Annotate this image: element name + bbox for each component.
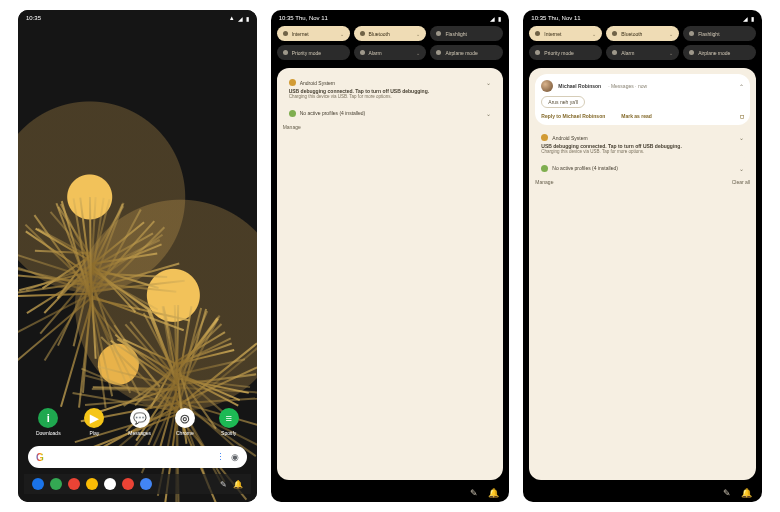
qs-internet[interactable]: Internet⌄ — [277, 26, 350, 41]
qs-internet[interactable]: Internet⌄ — [529, 26, 602, 41]
qs-priority-mode[interactable]: Priority mode — [277, 45, 350, 60]
app-spotify[interactable]: ≡Spotify — [219, 408, 239, 436]
qs-icon — [689, 31, 694, 36]
profile-icon — [541, 165, 548, 172]
android-icon — [289, 79, 296, 86]
app-chrome[interactable]: ◎Chrome — [175, 408, 195, 436]
signal-icon: ◢ — [490, 15, 495, 22]
qs-bluetooth[interactable]: Bluetooth⌄ — [354, 26, 427, 41]
chevron-down-icon[interactable]: ⌄ — [739, 134, 744, 141]
notification-conversation[interactable]: Michael Robinson · Messages · now ⌃ Arus… — [535, 74, 750, 125]
qs-flashlight[interactable]: Flashlight — [430, 26, 503, 41]
taskbar-app-icon[interactable] — [140, 478, 152, 490]
notif-title: No active profiles (4 installed) — [300, 110, 366, 116]
chevron-down-icon[interactable]: ⌄ — [739, 165, 744, 172]
chevron-down-icon[interactable]: ⌄ — [416, 31, 420, 37]
bell-icon[interactable]: 🔔 — [233, 480, 243, 489]
qs-row-1: Internet⌄Bluetooth⌄Flashlight — [529, 26, 756, 41]
notif-app: Android System — [300, 80, 335, 86]
wifi-icon: ▲ — [229, 15, 235, 22]
notification-list: Android System ⌄ USB debugging connected… — [277, 68, 504, 480]
qs-icon — [689, 50, 694, 55]
chevron-down-icon[interactable]: ⌄ — [416, 50, 420, 56]
notification-shade: Internet⌄Bluetooth⌄Flashlight Priority m… — [277, 26, 504, 480]
qs-alarm[interactable]: Alarm⌄ — [354, 45, 427, 60]
taskbar-app-icon[interactable] — [122, 478, 134, 490]
notification-profile[interactable]: No active profiles (4 installed) ⌄ — [535, 160, 750, 175]
taskbar-app-icon[interactable] — [86, 478, 98, 490]
notification-system[interactable]: Android System ⌄ USB debugging connected… — [283, 74, 498, 103]
battery-icon: ▮ — [498, 15, 501, 22]
taskbar-app-icon[interactable] — [68, 478, 80, 490]
chevron-down-icon[interactable]: ⌄ — [486, 79, 491, 86]
status-datetime: 10:35 Thu, Nov 11 — [531, 15, 580, 21]
phone-homescreen: 10:35 ▲ ◢ ▮ iDownloads▶Play💬Messages◎Chr… — [18, 10, 257, 502]
nav-corner: ✎ 🔔 — [723, 488, 752, 498]
status-bar: 10:35 Thu, Nov 11 ◢▮ — [271, 10, 510, 26]
qs-icon — [612, 31, 617, 36]
qs-row-1: Internet⌄Bluetooth⌄Flashlight — [277, 26, 504, 41]
signal-icon: ◢ — [743, 15, 748, 22]
bell-icon[interactable]: 🔔 — [741, 488, 752, 498]
notification-list: Michael Robinson · Messages · now ⌃ Arus… — [529, 68, 756, 480]
taskbar-apps — [32, 478, 152, 490]
qs-icon — [360, 31, 365, 36]
qs-icon — [436, 50, 441, 55]
pen-icon[interactable]: ✎ — [723, 488, 731, 498]
mark-read-button[interactable]: Mark as read — [621, 113, 652, 119]
nav-corner: ✎ 🔔 — [470, 488, 499, 498]
qs-airplane-mode[interactable]: Airplane mode — [430, 45, 503, 60]
search-bar[interactable]: G ⋮ ◉ — [28, 446, 247, 468]
profile-icon — [289, 110, 296, 117]
qs-priority-mode[interactable]: Priority mode — [529, 45, 602, 60]
bell-icon[interactable]: 🔔 — [488, 488, 499, 498]
qs-alarm[interactable]: Alarm⌄ — [606, 45, 679, 60]
android-icon — [541, 134, 548, 141]
notification-system[interactable]: Android System ⌄ USB debugging connected… — [535, 129, 750, 158]
battery-icon: ▮ — [751, 15, 754, 22]
qs-icon — [283, 31, 288, 36]
notif-body: Charging this device via USB. Tap for mo… — [289, 94, 492, 100]
app-row: iDownloads▶Play💬Messages◎Chrome≡Spotify — [24, 408, 251, 436]
chevron-down-icon[interactable]: ⌄ — [669, 50, 673, 56]
app-downloads[interactable]: iDownloads — [36, 408, 61, 436]
taskbar-app-icon[interactable] — [50, 478, 62, 490]
chevron-up-icon[interactable]: ⌃ — [739, 83, 744, 90]
notif-title: No active profiles (4 installed) — [552, 165, 618, 171]
convo-bubble: Arus neh ya'll — [541, 96, 585, 108]
chevron-down-icon[interactable]: ⌄ — [340, 31, 344, 37]
qs-airplane-mode[interactable]: Airplane mode — [683, 45, 756, 60]
qs-icon — [612, 50, 617, 55]
phone-shade-collapsed: 10:35 Thu, Nov 11 ◢▮ Internet⌄Bluetooth⌄… — [271, 10, 510, 502]
app-play[interactable]: ▶Play — [84, 408, 104, 436]
chevron-down-icon[interactable]: ⌄ — [592, 31, 596, 37]
bubble-icon[interactable]: ◻ — [740, 113, 744, 119]
chevron-down-icon[interactable]: ⌄ — [669, 31, 673, 37]
lens-icon[interactable]: ◉ — [231, 452, 239, 462]
app-messages[interactable]: 💬Messages — [128, 408, 151, 436]
signal-icon: ◢ — [238, 15, 243, 22]
qs-flashlight[interactable]: Flashlight — [683, 26, 756, 41]
qs-icon — [535, 50, 540, 55]
chevron-down-icon[interactable]: ⌄ — [486, 110, 491, 117]
taskbar-app-icon[interactable] — [32, 478, 44, 490]
mic-icon[interactable]: ⋮ — [216, 452, 225, 462]
notif-body: Charging this device via USB. Tap for mo… — [541, 149, 744, 155]
qs-icon — [360, 50, 365, 55]
qs-icon — [283, 50, 288, 55]
convo-sub: · Messages · now — [608, 83, 647, 89]
qs-icon — [535, 31, 540, 36]
pen-icon[interactable]: ✎ — [220, 480, 227, 489]
status-datetime: 10:35 Thu, Nov 11 — [279, 15, 328, 21]
taskbar-app-icon[interactable] — [104, 478, 116, 490]
status-icons: ▲ ◢ ▮ — [229, 15, 249, 22]
qs-bluetooth[interactable]: Bluetooth⌄ — [606, 26, 679, 41]
phone-shade-conversation: 10:35 Thu, Nov 11 ◢▮ Internet⌄Bluetooth⌄… — [523, 10, 762, 502]
taskbar: ✎ 🔔 — [24, 474, 251, 494]
pen-icon[interactable]: ✎ — [470, 488, 478, 498]
battery-icon: ▮ — [246, 15, 249, 22]
status-time: 10:35 — [26, 15, 41, 21]
reply-button[interactable]: Reply to Michael Robinson — [541, 113, 605, 119]
qs-row-2: Priority modeAlarm⌄Airplane mode — [277, 45, 504, 60]
notification-profile[interactable]: No active profiles (4 installed) ⌄ — [283, 105, 498, 120]
